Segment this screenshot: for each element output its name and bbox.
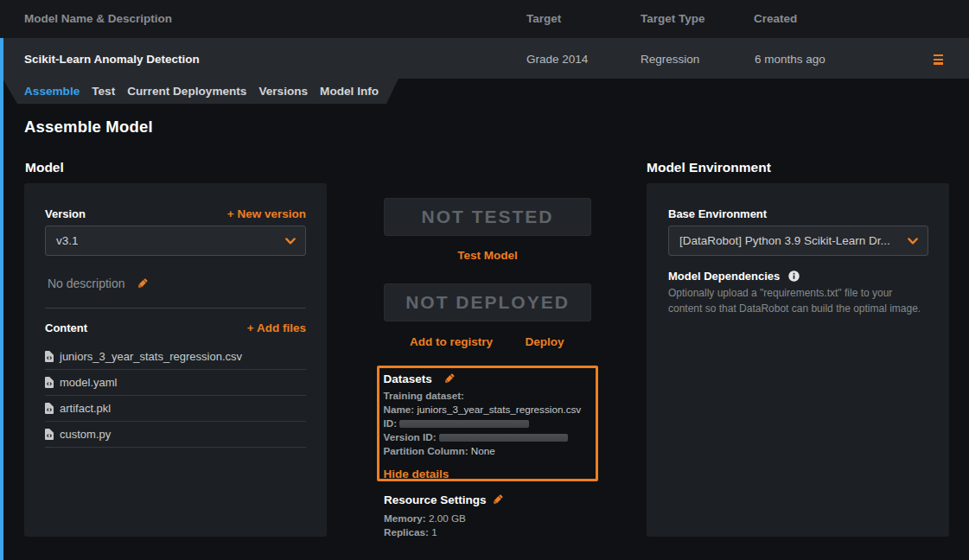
col-header-name: Model Name & Description	[24, 0, 172, 38]
tab-versions[interactable]: Versions	[258, 79, 308, 104]
datasets-panel: Datasets Training dataset: Name: juniors…	[377, 366, 598, 481]
model-name: Scikit-Learn Anomaly Detection	[24, 38, 200, 81]
deploy-link[interactable]: Deploy	[525, 335, 564, 348]
file-icon	[45, 377, 54, 388]
dataset-name-value: juniors_3_year_stats_regression.csv	[417, 404, 581, 415]
dataset-version-id-line: Version ID:	[384, 430, 596, 444]
dataset-id-redacted	[399, 420, 529, 428]
resource-settings-panel: Resource Settings Memory: 2.00 GB Replic…	[384, 491, 504, 539]
memory-line: Memory: 2.00 GB	[384, 512, 504, 525]
content-label: Content	[45, 321, 87, 334]
tab-test[interactable]: Test	[92, 79, 115, 104]
version-select[interactable]: v3.1	[45, 226, 306, 256]
partition-column-line: Partition Column: None	[384, 444, 596, 458]
model-card: Version + New version v3.1 No descriptio…	[24, 183, 327, 537]
menu-bar	[934, 62, 943, 64]
replicas-value: 1	[431, 526, 437, 538]
tab-assemble[interactable]: Assemble	[24, 79, 80, 104]
model-target-type: Regression	[641, 38, 699, 81]
add-to-registry-link[interactable]: Add to registry	[410, 335, 493, 348]
resource-settings-title: Resource Settings	[384, 493, 487, 506]
file-name: juniors_3_year_stats_regression.csv	[60, 350, 242, 363]
version-select-value: v3.1	[46, 234, 79, 247]
info-icon[interactable]	[788, 270, 800, 282]
model-dependencies-row: Model Dependencies	[668, 270, 800, 283]
page-title: Assemble Model	[24, 118, 153, 137]
file-name: custom.py	[60, 428, 111, 441]
model-environment-card: Base Environment [DataRobot] Python 3.9 …	[647, 183, 949, 537]
tab-current-deployments[interactable]: Current Deployments	[127, 79, 246, 104]
dataset-id-label: ID:	[384, 417, 398, 429]
not-tested-status-box: NOT TESTED	[384, 198, 591, 236]
new-version-link[interactable]: + New version	[227, 207, 306, 220]
memory-label: Memory:	[384, 512, 426, 524]
dataset-name-line: Name: juniors_3_year_stats_regression.cs…	[384, 403, 596, 417]
partition-column-label: Partition Column:	[384, 445, 469, 456]
edit-datasets-pencil-icon[interactable]	[443, 372, 456, 385]
test-model-link[interactable]: Test Model	[457, 249, 518, 262]
file-name: artifact.pkl	[60, 402, 111, 415]
version-row: Version + New version	[45, 207, 306, 220]
base-environment-label: Base Environment	[668, 207, 767, 220]
training-dataset-line: Training dataset:	[384, 389, 596, 403]
dataset-version-id-label: Version ID:	[384, 431, 437, 442]
menu-bar	[934, 59, 943, 60]
selected-row-accent-bar	[0, 38, 3, 560]
dependencies-help-text: Optionally upload a "requirements.txt" f…	[668, 286, 924, 317]
memory-value: 2.00 GB	[429, 512, 466, 524]
description-row: No description	[48, 277, 149, 290]
resource-settings-title-row: Resource Settings	[384, 491, 504, 508]
replicas-label: Replicas:	[384, 526, 429, 538]
model-section-title: Model	[25, 160, 64, 175]
col-header-target-type: Target Type	[641, 0, 705, 38]
datasets-title-row: Datasets	[384, 370, 596, 387]
file-icon	[45, 351, 54, 362]
base-environment-value: [DataRobot] Python 3.9 Scikit-Learn Dr..…	[669, 234, 890, 247]
model-created: 6 months ago	[755, 38, 826, 81]
file-row[interactable]: juniors_3_year_stats_regression.csv	[45, 344, 306, 370]
model-table-row[interactable]: Scikit-Learn Anomaly Detection Grade 201…	[0, 38, 969, 79]
model-environment-section-title: Model Environment	[647, 160, 771, 175]
hide-details-link[interactable]: Hide details	[384, 468, 449, 480]
file-icon	[45, 403, 54, 414]
file-list: juniors_3_year_stats_regression.csv mode…	[45, 344, 306, 448]
file-row[interactable]: model.yaml	[45, 370, 306, 396]
base-environment-select[interactable]: [DataRobot] Python 3.9 Scikit-Learn Dr..…	[668, 226, 928, 256]
menu-bar	[934, 54, 943, 56]
col-header-created: Created	[754, 0, 797, 38]
table-header-row: Model Name & Description Target Target T…	[0, 0, 969, 38]
file-row[interactable]: custom.py	[45, 422, 306, 448]
base-environment-row: Base Environment	[668, 207, 928, 220]
col-header-target: Target	[526, 0, 561, 38]
row-menu-icon[interactable]	[934, 54, 943, 65]
dataset-version-id-redacted	[439, 434, 568, 442]
card-divider	[45, 308, 306, 309]
model-target: Grade 2014	[526, 38, 588, 81]
edit-description-pencil-icon[interactable]	[137, 277, 149, 290]
version-label: Version	[45, 207, 86, 220]
file-row[interactable]: artifact.pkl	[45, 396, 306, 422]
no-description-text: No description	[48, 277, 125, 290]
model-dependencies-label: Model Dependencies	[668, 270, 780, 283]
file-icon	[45, 429, 54, 440]
add-files-link[interactable]: + Add files	[247, 321, 306, 334]
dataset-name-label: Name:	[384, 404, 415, 415]
partition-column-value: None	[471, 445, 495, 456]
tab-strip: Assemble Test Current Deployments Versio…	[0, 79, 398, 104]
content-row: Content + Add files	[45, 321, 306, 334]
datasets-title: Datasets	[384, 372, 432, 385]
tab-model-info[interactable]: Model Info	[320, 79, 379, 104]
dataset-id-line: ID:	[384, 417, 596, 430]
file-name: model.yaml	[60, 376, 117, 389]
edit-resource-settings-pencil-icon[interactable]	[492, 493, 504, 506]
not-deployed-status-box: NOT DEPLOYED	[384, 283, 591, 321]
replicas-line: Replicas: 1	[384, 525, 504, 539]
chevron-down-icon	[908, 238, 918, 245]
chevron-down-icon	[285, 238, 296, 245]
training-dataset-label: Training dataset:	[384, 390, 465, 401]
